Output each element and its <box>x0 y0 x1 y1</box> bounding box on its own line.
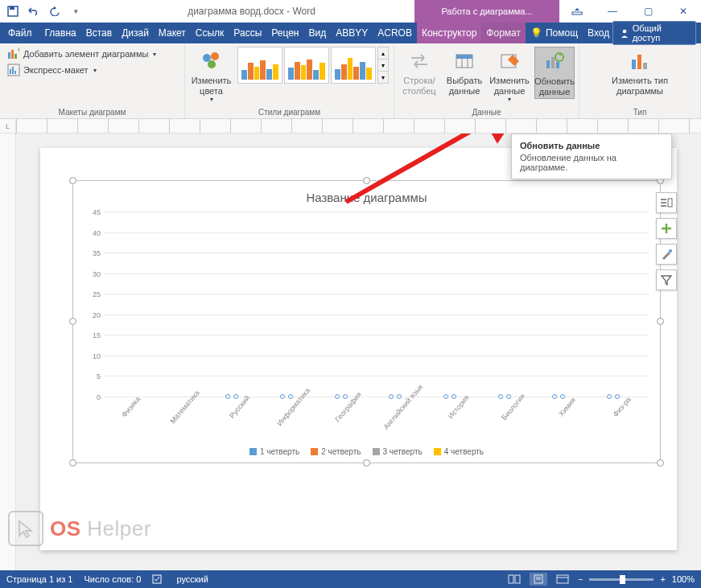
chart-styles-gallery[interactable]: ▴ ▾ ▾ <box>237 47 389 84</box>
zoom-out-button[interactable]: − <box>578 574 583 584</box>
x-axis-labels: ФизикаМатематикаРусскийИнформатикаГеогра… <box>104 401 649 439</box>
svg-point-3 <box>623 30 627 34</box>
tooltip-title: Обновить данные <box>520 141 663 150</box>
print-layout-icon[interactable] <box>530 573 547 586</box>
share-button[interactable]: Общий доступ <box>612 21 696 45</box>
legend-item[interactable]: 1 четверть <box>249 447 299 456</box>
minimize-button[interactable]: — <box>595 0 630 23</box>
save-icon[interactable] <box>6 5 19 18</box>
edit-data-icon <box>497 48 522 74</box>
select-data-icon <box>452 48 477 74</box>
group-label-type: Тип <box>579 108 700 117</box>
zoom-level[interactable]: 100% <box>672 574 695 584</box>
language-status[interactable]: русский <box>176 574 208 584</box>
maximize-button[interactable]: ▢ <box>630 0 666 23</box>
word-count[interactable]: Число слов: 0 <box>84 574 141 584</box>
chart-plot-area[interactable]: 051015202530354045 <box>104 212 649 397</box>
svg-rect-21 <box>551 57 555 68</box>
ribbon-options-icon[interactable] <box>559 0 595 23</box>
page-count[interactable]: Страница 1 из 1 <box>6 574 72 584</box>
palette-icon <box>199 48 225 74</box>
chart-object[interactable]: Название диаграммы 051015202530354045 Фи… <box>72 180 661 463</box>
filter-icon[interactable] <box>656 269 677 290</box>
y-tick: 25 <box>93 290 101 298</box>
tooltip-body: Обновление данных на диаграмме. <box>520 153 663 172</box>
tab-макет[interactable]: Макет <box>154 23 191 43</box>
legend-swatch <box>311 448 318 455</box>
tab-вид[interactable]: Вид <box>303 23 331 43</box>
add-chart-element-button[interactable]: + Добавить элемент диаграммы▾ <box>5 47 159 61</box>
gallery-down-icon[interactable]: ▾ <box>378 59 388 71</box>
chart-type-icon <box>627 48 653 74</box>
legend-label: 3 четверть <box>383 447 423 456</box>
qat-dropdown-icon[interactable]: ▾ <box>69 5 82 18</box>
tab-constructor[interactable]: Конструктор <box>417 23 481 43</box>
brush-icon[interactable] <box>656 244 677 265</box>
undo-icon[interactable] <box>27 5 40 18</box>
plus-icon[interactable] <box>656 218 677 239</box>
select-data-button[interactable]: Выбрать данные <box>444 47 485 97</box>
close-button[interactable]: ✕ <box>666 0 701 23</box>
tab-file[interactable]: Файл <box>0 23 40 43</box>
tab-acrob[interactable]: ACROB <box>373 23 417 43</box>
document-viewport[interactable]: Название диаграммы 051015202530354045 Фи… <box>16 134 701 570</box>
gallery-more-icon[interactable]: ▾ <box>378 71 388 83</box>
chart-side-buttons <box>656 192 677 290</box>
tab-рецен[interactable]: Рецен <box>266 23 303 43</box>
refresh-data-button[interactable]: Обновить данные <box>534 47 575 99</box>
layout-options-icon[interactable] <box>656 192 677 213</box>
login-link[interactable]: Вход <box>588 27 609 39</box>
svg-point-28 <box>669 249 672 253</box>
switch-row-column-button[interactable]: Строка/ столбец <box>399 47 439 97</box>
page: Название диаграммы 051015202530354045 Фи… <box>40 148 677 550</box>
person-icon <box>620 28 629 38</box>
svg-rect-26 <box>643 63 647 69</box>
horizontal-ruler: L <box>0 119 701 134</box>
refresh-data-label: Обновить данные <box>534 76 575 97</box>
legend-item[interactable]: 3 четверть <box>373 447 423 456</box>
chart-legend[interactable]: 1 четверть2 четверть3 четверть4 четверть <box>80 447 654 456</box>
legend-item[interactable]: 2 четверть <box>311 447 361 456</box>
style-thumb[interactable] <box>237 47 282 84</box>
switch-row-column-label: Строка/ столбец <box>402 76 435 96</box>
tab-abbyy[interactable]: ABBYY <box>331 23 373 43</box>
legend-item[interactable]: 4 четверть <box>434 447 484 456</box>
tab-format[interactable]: Формат <box>481 23 526 43</box>
svg-rect-36 <box>557 575 568 583</box>
tab-главна[interactable]: Главна <box>40 23 81 43</box>
tab-ссылк[interactable]: Ссылк <box>191 23 229 43</box>
quick-layout-button[interactable]: Экспресс-макет▾ <box>5 63 159 77</box>
web-layout-icon[interactable] <box>554 573 571 586</box>
redo-icon[interactable] <box>48 5 61 18</box>
svg-rect-22 <box>556 62 559 68</box>
style-thumb[interactable] <box>284 47 329 84</box>
change-chart-type-button[interactable]: Изменить тип диаграммы <box>608 47 671 97</box>
swap-icon <box>406 48 432 74</box>
y-tick: 30 <box>93 270 101 278</box>
zoom-in-button[interactable]: + <box>660 574 665 584</box>
svg-rect-10 <box>12 67 14 74</box>
spellcheck-icon[interactable] <box>152 574 165 584</box>
gallery-up-icon[interactable]: ▴ <box>378 47 388 59</box>
tell-me[interactable]: Помощ <box>546 27 578 39</box>
style-thumb[interactable] <box>331 47 376 84</box>
edit-data-button[interactable]: Изменить данные▾ <box>489 47 530 105</box>
read-mode-icon[interactable] <box>505 573 523 586</box>
svg-rect-4 <box>8 52 10 59</box>
svg-rect-5 <box>11 50 14 59</box>
y-tick: 45 <box>93 208 101 216</box>
group-label-data: Данные <box>394 108 579 117</box>
tab-дизай[interactable]: Дизай <box>117 23 154 43</box>
chart-bars[interactable] <box>104 212 649 397</box>
tab-встав[interactable]: Встав <box>81 23 117 43</box>
y-tick: 15 <box>93 331 101 339</box>
quick-layout-label: Экспресс-макет <box>23 65 89 75</box>
ruler-corner: L <box>0 119 16 133</box>
status-bar: Страница 1 из 1 Число слов: 0 русский − … <box>0 570 701 588</box>
zoom-slider[interactable] <box>589 578 654 581</box>
tab-рассы[interactable]: Рассы <box>229 23 266 43</box>
chart-title[interactable]: Название диаграммы <box>80 191 654 204</box>
change-colors-button[interactable]: Изменить цвета▾ <box>190 47 233 105</box>
tooltip: Обновить данные Обновление данных на диа… <box>511 134 672 179</box>
legend-swatch <box>249 448 257 455</box>
